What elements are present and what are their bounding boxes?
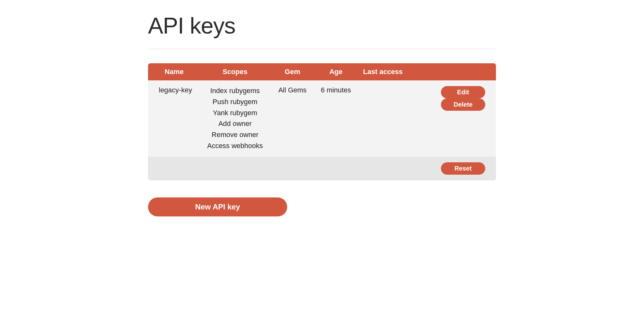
new-api-key-wrap: New API key (148, 197, 496, 216)
api-keys-page: API keys Name Scopes Gem Age Last access… (116, 0, 528, 229)
new-api-key-button[interactable]: New API key (148, 197, 287, 216)
header-gem: Gem (270, 68, 315, 76)
reset-button[interactable]: Reset (441, 162, 485, 175)
header-actions (409, 68, 496, 76)
scope-item: Add owner (218, 119, 251, 129)
scope-item: Access webhooks (207, 141, 263, 151)
table-footer: Reset (148, 157, 496, 180)
header-age: Age (315, 68, 357, 76)
table-header-row: Name Scopes Gem Age Last access (148, 63, 496, 80)
scope-item: Remove owner (212, 130, 258, 140)
cell-actions: Edit Delete (409, 86, 496, 111)
header-divider (148, 49, 496, 49)
cell-name: legacy-key (148, 86, 200, 94)
scope-item: Yank rubygem (213, 108, 257, 118)
edit-button[interactable]: Edit (441, 86, 485, 98)
scope-item: Push rubygem (213, 97, 257, 107)
page-title: API keys (148, 13, 496, 39)
delete-button[interactable]: Delete (441, 98, 485, 111)
header-scopes: Scopes (200, 68, 270, 76)
table-row: legacy-key Index rubygems Push rubygem Y… (148, 80, 496, 157)
cell-scopes: Index rubygems Push rubygem Yank rubygem… (200, 86, 270, 151)
header-last-access: Last access (357, 68, 409, 76)
api-keys-table: Name Scopes Gem Age Last access legacy-k… (148, 63, 496, 180)
scope-list: Index rubygems Push rubygem Yank rubygem… (205, 86, 265, 151)
cell-gem: All Gems (270, 86, 315, 94)
header-name: Name (148, 68, 200, 76)
scope-item: Index rubygems (210, 86, 260, 96)
cell-age: 6 minutes (315, 86, 357, 94)
